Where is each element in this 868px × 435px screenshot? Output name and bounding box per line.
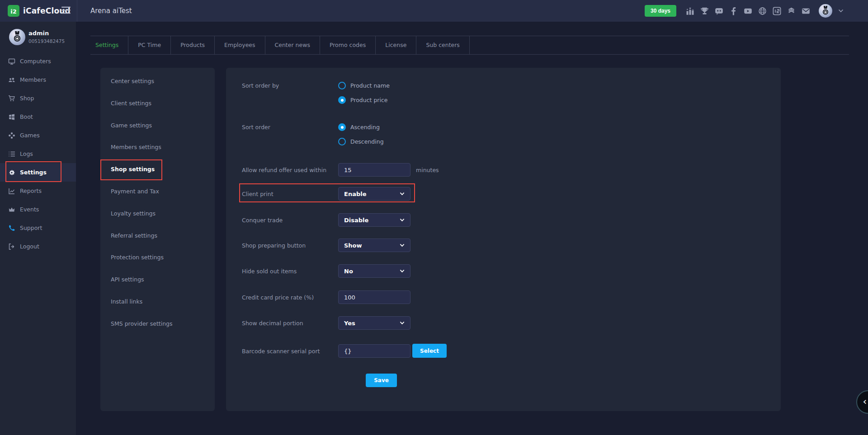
settings-menu-panel: Center settings Client settings Game set…: [100, 68, 215, 411]
radio-ascending[interactable]: Ascending: [338, 123, 380, 131]
tab-promo-codes[interactable]: Promo codes: [320, 36, 376, 54]
sidebar-item-label: Events: [20, 206, 39, 213]
client-print-select[interactable]: Enable: [338, 187, 410, 201]
tab-pc-time[interactable]: PC Time: [128, 36, 171, 54]
gear-icon: [8, 169, 15, 176]
client-print-row: Client print Enable: [226, 187, 781, 201]
sidebar-item-label: Reports: [20, 187, 42, 194]
ranking-icon[interactable]: [686, 7, 694, 15]
field-label: Hide sold out items: [242, 268, 297, 275]
settings-menu-payment-and-tax[interactable]: Payment and Tax: [100, 181, 215, 203]
tab-employees[interactable]: Employees: [215, 36, 265, 54]
select-port-button[interactable]: Select: [412, 344, 447, 358]
logout-icon: [8, 243, 15, 250]
tab-bar: Settings PC Time Products Employees Cent…: [90, 36, 849, 55]
radio-descending[interactable]: Descending: [338, 138, 384, 145]
settings-menu-center-settings[interactable]: Center settings: [100, 70, 215, 93]
show-decimal-select[interactable]: Yes: [338, 316, 410, 330]
sidebar-item-computers[interactable]: Computers: [0, 52, 76, 70]
user-avatar[interactable]: [819, 4, 832, 18]
sidebar-item-label: Computers: [20, 58, 51, 65]
sidebar-item-settings[interactable]: Settings: [0, 163, 76, 182]
sort-order-group: Sort order Ascending Descending: [226, 123, 781, 151]
shop-settings-form-panel: Sort order by Product name Product price…: [226, 68, 781, 411]
hamburger-menu-icon[interactable]: [61, 6, 71, 15]
facebook-icon[interactable]: [729, 7, 738, 15]
license-days-badge[interactable]: 30 days: [645, 5, 676, 17]
discord-icon[interactable]: [715, 7, 723, 15]
chevron-down-icon: [400, 192, 405, 196]
sidebar-item-logout[interactable]: Logout: [0, 237, 76, 256]
tab-settings[interactable]: Settings: [90, 36, 128, 54]
sidebar-item-boot[interactable]: Boot: [0, 108, 76, 126]
mail-icon[interactable]: [802, 7, 810, 15]
sidebar-item-label: Settings: [20, 169, 47, 176]
save-button[interactable]: Save: [366, 374, 397, 387]
field-label: Show decimal portion: [242, 320, 303, 327]
radio-circle-checked-icon: [338, 123, 346, 131]
field-label: Barcode scanner serial port: [242, 348, 320, 355]
barcode-port-input[interactable]: [338, 344, 410, 358]
settings-menu-game-settings[interactable]: Game settings: [100, 115, 215, 137]
hide-sold-out-select[interactable]: No: [338, 264, 410, 278]
refund-within-input[interactable]: [338, 163, 410, 177]
sidebar-item-reports[interactable]: Reports: [0, 182, 76, 200]
reseller-icon[interactable]: [787, 7, 796, 15]
collapse-widget-button[interactable]: ‹: [856, 390, 868, 414]
sort-order-by-group: Sort order by Product name Product price: [226, 82, 781, 110]
icafecloud-mini-icon[interactable]: [773, 7, 781, 15]
sidebar-item-label: Support: [20, 225, 42, 231]
sidebar-item-events[interactable]: Events: [0, 200, 76, 219]
users-icon: [8, 76, 15, 84]
cart-icon: [8, 95, 15, 102]
sidebar-item-shop[interactable]: Shop: [0, 89, 76, 108]
sidebar-item-label: Logs: [20, 150, 33, 157]
sidebar-item-label: Shop: [20, 95, 34, 102]
header-actions: 30 days: [645, 0, 844, 22]
settings-menu-loyalty-settings[interactable]: Loyalty settings: [100, 203, 215, 225]
youtube-icon[interactable]: [744, 7, 752, 15]
settings-menu-api-settings[interactable]: API settings: [100, 269, 215, 291]
settings-menu-client-settings[interactable]: Client settings: [100, 93, 215, 115]
chart-icon: [8, 187, 15, 195]
settings-menu-referral-settings[interactable]: Referral settings: [100, 225, 215, 247]
credit-card-rate-input[interactable]: [338, 290, 410, 304]
chevron-down-icon: [400, 269, 405, 273]
tab-products[interactable]: Products: [171, 36, 215, 54]
user-id: 005193482475: [28, 38, 65, 44]
svg-text:i2: i2: [10, 8, 17, 15]
tab-license[interactable]: License: [376, 36, 416, 54]
gamepad-icon: [8, 132, 15, 139]
field-label: Sort order: [242, 124, 270, 131]
tab-center-news[interactable]: Center news: [265, 36, 320, 54]
radio-product-name[interactable]: Product name: [338, 82, 390, 89]
header-divider: [77, 0, 77, 22]
field-label: Credit card price rate (%): [242, 294, 314, 301]
trophy-icon[interactable]: [700, 7, 709, 15]
shop-preparing-select[interactable]: Show: [338, 239, 410, 252]
sidebar-item-support[interactable]: Support: [0, 219, 76, 237]
conquer-trade-select[interactable]: Disable: [338, 213, 410, 227]
sidebar-user-avatar[interactable]: [9, 29, 25, 45]
crown-icon: [8, 206, 15, 213]
phone-icon: [8, 225, 15, 232]
radio-circle-checked-icon: [338, 96, 346, 104]
chevron-down-icon: [400, 218, 405, 222]
sidebar-item-games[interactable]: Games: [0, 126, 76, 145]
settings-menu-install-links[interactable]: Install links: [100, 291, 215, 313]
settings-menu-sms-provider-settings[interactable]: SMS provider settings: [100, 313, 215, 335]
page-title: Arena aiTest: [90, 0, 132, 22]
windows-icon: [8, 113, 15, 121]
monitor-icon: [8, 58, 15, 65]
field-label: Sort order by: [242, 82, 279, 89]
globe-icon[interactable]: [758, 7, 767, 15]
sidebar-item-members[interactable]: Members: [0, 70, 76, 89]
settings-menu-shop-settings[interactable]: Shop settings: [100, 159, 215, 181]
radio-product-price[interactable]: Product price: [338, 96, 388, 104]
tab-sub-centers[interactable]: Sub centers: [416, 36, 470, 54]
sidebar-item-logs[interactable]: Logs: [0, 145, 76, 163]
settings-menu-members-settings[interactable]: Members settings: [100, 136, 215, 159]
conquer-trade-row: Conquer trade Disable: [226, 213, 781, 227]
settings-menu-protection-settings[interactable]: Protection settings: [100, 247, 215, 269]
chevron-down-icon[interactable]: [838, 9, 844, 13]
